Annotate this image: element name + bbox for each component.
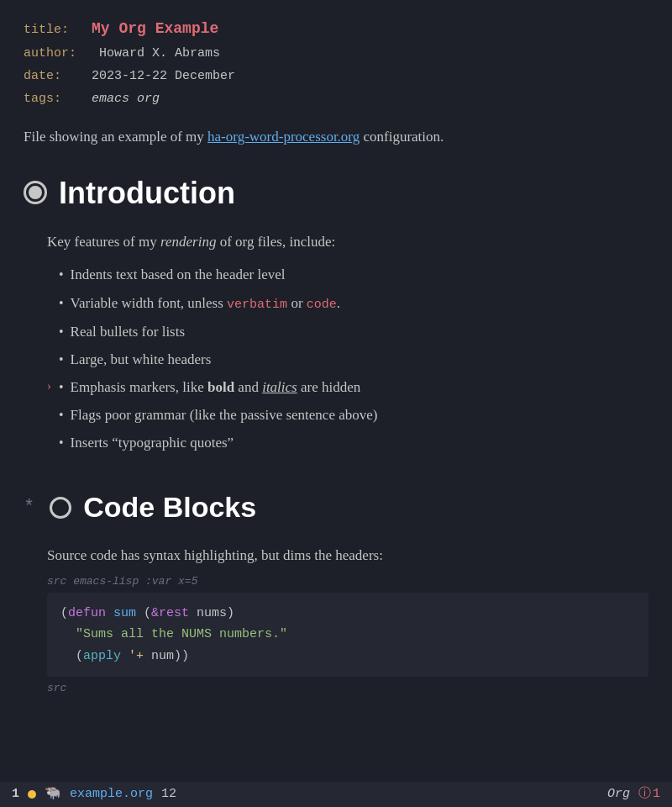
code-text: code (307, 298, 337, 312)
section2-heading-text: Code Blocks (83, 484, 256, 530)
status-info-badge: ⓘ1 (638, 784, 660, 804)
list-item: • Large, but white headers (59, 348, 648, 371)
main-content: title: My Org Example author: Howard X. … (0, 0, 672, 765)
code-block: (defun sum (&rest nums) "Sums all the NU… (47, 593, 648, 678)
info-circle-icon: ⓘ (638, 784, 651, 804)
list-item-text: Real bullets for lists (71, 320, 185, 343)
author-value: Howard X. Abrams (99, 46, 220, 61)
list-item: › • Emphasis markers, like bold and ital… (59, 376, 648, 398)
bullet-icon: • (59, 321, 64, 343)
status-info-count: 1 (653, 784, 660, 804)
code-quote: '+ (129, 649, 144, 663)
metadata-tags-row: tags: emacs org (24, 87, 648, 110)
list-item-text: Variable width font, unless verbatim or … (71, 292, 340, 315)
status-line-number: 1 (12, 784, 19, 804)
list-item-text: Emphasis markers, like bold and italics … (71, 376, 361, 398)
status-col: 12 (161, 784, 176, 804)
section2-heading-icon (50, 497, 71, 519)
src-label: src emacs-lisp :var x=5 (47, 575, 197, 588)
feature-list: • Indents text based on the header level… (47, 263, 648, 454)
intro-text-before: File showing an example of my (24, 129, 207, 145)
code-apply: apply (83, 649, 121, 663)
list-item-text: Inserts “typographic quotes” (71, 431, 234, 454)
intro-rest: of org files, include: (216, 234, 335, 250)
author-key: author: (24, 46, 76, 61)
bullet-icon: • (59, 404, 64, 426)
list-item: • Variable width font, unless verbatim o… (59, 292, 648, 315)
section1-intro: Key features of my rendering of org file… (47, 230, 648, 253)
italic-text: italics (262, 379, 297, 395)
metadata-date-row: date: 2023-12-22 December (24, 65, 648, 87)
section2: * Code Blocks Source code has syntax hig… (24, 484, 648, 698)
metadata-author-row: author: Howard X. Abrams (24, 42, 648, 65)
list-item: • Real bullets for lists (59, 320, 648, 343)
code-line-3: (apply '+ num)) (60, 646, 635, 667)
status-emacs-icon: 🐃 (45, 783, 61, 805)
title-key: title: (24, 23, 69, 37)
code-string: "Sums all the NUMS numbers." (60, 627, 287, 641)
tags-value: emacs org (92, 92, 160, 106)
section1-heading-text: Introduction (59, 169, 235, 218)
code-rest: &rest (151, 606, 189, 620)
bullet-icon: • (59, 293, 64, 314)
code-apply-paren: ( (60, 649, 83, 663)
intro-italic: rendering (160, 234, 216, 250)
status-dot-icon (28, 790, 36, 799)
code-src-start-label: src emacs-lisp :var x=5 (47, 573, 648, 591)
code-sum: sum (113, 606, 136, 620)
verbatim-text: verbatim (227, 298, 287, 312)
intro-text-after: configuration. (360, 129, 444, 145)
title-value: My Org Example (92, 20, 218, 37)
code-line-1: (defun sum (&rest nums) (60, 603, 635, 625)
intro-before-italic: Key features of my (47, 234, 160, 250)
section1-heading-icon (24, 181, 47, 204)
metadata-section: title: My Org Example author: Howard X. … (24, 15, 648, 110)
status-mode: Org (607, 784, 630, 804)
intro-paragraph: File showing an example of my ha-org-wor… (24, 125, 648, 148)
metadata-title-row: title: My Org Example (24, 15, 648, 42)
code-paren: ( (60, 606, 68, 620)
date-key: date: (24, 69, 61, 83)
bullet-icon: • (59, 377, 64, 398)
tags-key: tags: (24, 92, 61, 106)
code-block-wrapper: Source code has syntax highlighting, but… (24, 544, 648, 698)
list-item: • Flags poor grammar (like the passive s… (59, 404, 648, 426)
code-src-end-label: src (47, 680, 648, 698)
status-filename: example.org (70, 784, 153, 804)
date-value: 2023-12-22 December (92, 69, 235, 83)
intro-link[interactable]: ha-org-word-processor.org (207, 129, 360, 145)
list-item-text: Large, but white headers (71, 348, 212, 371)
section1-content: Key features of my rendering of org file… (24, 230, 648, 454)
list-item: • Inserts “typographic quotes” (59, 431, 648, 454)
list-item-text: Indents text based on the header level (71, 263, 286, 286)
bullet-icon: • (59, 432, 64, 454)
bold-text: bold (207, 379, 234, 395)
list-item: • Indents text based on the header level (59, 263, 648, 286)
code-line-2: "Sums all the NUMS numbers." (60, 624, 635, 646)
bullet-icon: • (59, 349, 64, 371)
list-item-text: Flags poor grammar (like the passive sen… (71, 404, 378, 426)
code-defun: defun (68, 606, 106, 620)
line-indicator-icon: › (47, 376, 51, 396)
status-bar: 1 🐃 example.org 12 Org ⓘ1 (0, 782, 672, 807)
section2-intro: Source code has syntax highlighting, but… (47, 544, 648, 567)
bullet-icon: • (59, 264, 64, 286)
section2-heading: * Code Blocks (24, 484, 648, 530)
status-right: Org ⓘ1 (607, 784, 660, 804)
h2-asterisk-icon: * (24, 493, 34, 522)
section1-heading: Introduction (24, 169, 648, 218)
